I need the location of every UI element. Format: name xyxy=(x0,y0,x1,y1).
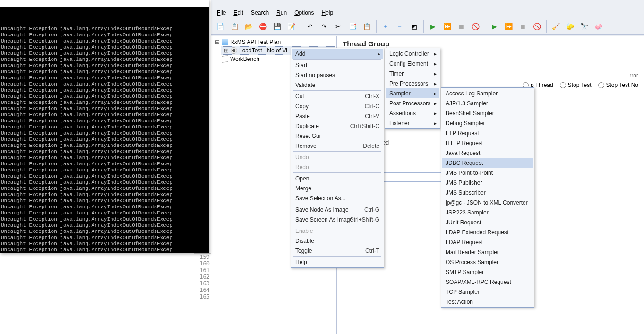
close-icon[interactable]: ⛔ xyxy=(256,20,269,33)
shutdown-icon[interactable]: 🚫 xyxy=(469,20,482,33)
start-icon[interactable]: ▶ xyxy=(426,20,439,33)
ctx-save-screen-as-image[interactable]: Save Screen As ImageCtrl+Shift-G xyxy=(292,214,383,224)
ctx-remove[interactable]: RemoveDelete xyxy=(292,141,383,151)
sampler-junit-request[interactable]: JUnit Request xyxy=(442,217,533,227)
sampler-test-action[interactable]: Test Action xyxy=(442,297,533,307)
add-logic-controller[interactable]: Logic Controller▸ xyxy=(386,49,439,59)
remote-start-icon[interactable]: ▶ xyxy=(488,20,501,33)
save-icon[interactable]: 💾 xyxy=(270,20,283,33)
sampler-http-request[interactable]: HTTP Request xyxy=(442,138,533,148)
panel-title: Thread Group xyxy=(343,40,638,48)
twisty-icon[interactable]: ⊟ xyxy=(215,39,220,45)
add-config-element[interactable]: Config Element▸ xyxy=(386,59,439,69)
sampler-java-request[interactable]: Java Request xyxy=(442,148,533,158)
search-icon[interactable]: 🔭 xyxy=(577,20,591,33)
sampler-os-process-sampler[interactable]: OS Process Sampler xyxy=(442,257,533,267)
stop-icon[interactable]: ⏹ xyxy=(455,20,468,33)
add-assertions[interactable]: Assertions▸ xyxy=(386,108,439,118)
radio-stop-test[interactable]: Stop Test xyxy=(560,82,592,88)
sampler-jdbc-request[interactable]: JDBC Request xyxy=(442,158,533,168)
context-menu[interactable]: Add▸StartStart no pausesValidateCutCtrl-… xyxy=(291,48,384,268)
menu-edit[interactable]: Edit xyxy=(230,8,247,17)
sampler-beanshell-sampler[interactable]: BeanShell Sampler xyxy=(442,108,533,118)
add-listener[interactable]: Listener▸ xyxy=(386,118,439,128)
add-timer[interactable]: Timer▸ xyxy=(386,69,439,78)
add-post-processors[interactable]: Post Processors▸ xyxy=(386,98,439,108)
menubar[interactable]: File Edit Search Run Options Help xyxy=(211,8,644,18)
paste-icon[interactable]: 📋 xyxy=(360,20,373,33)
ctx-validate[interactable]: Validate xyxy=(292,80,383,90)
sampler-jms-publisher[interactable]: JMS Publisher xyxy=(442,178,533,188)
ctx-save-node-as-image[interactable]: Save Node As ImageCtrl-G xyxy=(292,205,383,214)
add-submenu[interactable]: Logic Controller▸Config Element▸Timer▸Pr… xyxy=(385,48,440,129)
sampler-ajp-sampler[interactable]: AJP/1.3 Sampler xyxy=(442,98,533,108)
toolbar: 📄 📋 📂 ⛔ 💾 📝 ↶ ↷ ✂ 📑 📋 ＋ － ◩ ▶ ⏩ ⏹ 🚫 ▶ ⏩ … xyxy=(211,18,644,35)
remote-shutdown-icon[interactable]: 🚫 xyxy=(530,20,543,33)
new-icon[interactable]: 📄 xyxy=(214,20,227,33)
ctx-undo[interactable]: Undo xyxy=(292,152,383,162)
tree-load-label: LoadTest - No of Vi xyxy=(239,47,287,54)
sampler-soap-xml-rpc-request[interactable]: SOAP/XML-RPC Request xyxy=(442,277,533,287)
reset-search-icon[interactable]: 🧼 xyxy=(592,20,605,33)
testplan-icon xyxy=(222,39,228,45)
ctx-copy[interactable]: CopyCtrl-C xyxy=(292,101,383,111)
console-title: C:\Windows\System32\cmd.exe - jmeter.bat xyxy=(0,1,92,7)
ctx-start-no-pauses[interactable]: Start no pauses xyxy=(292,70,383,80)
tree-root[interactable]: ⊟ RxMS API Test Plan xyxy=(212,38,335,46)
ctx-help[interactable]: Help xyxy=(292,257,383,267)
copy-icon[interactable]: 📑 xyxy=(346,20,359,33)
clear-all-icon[interactable]: 🧽 xyxy=(563,20,576,33)
collapse-icon[interactable]: － xyxy=(393,20,406,33)
toggle-icon[interactable]: ◩ xyxy=(407,20,421,33)
menu-help[interactable]: Help xyxy=(318,8,337,17)
clear-icon[interactable]: 🧹 xyxy=(549,20,562,33)
ctx-duplicate[interactable]: DuplicateCtrl+Shift-C xyxy=(292,121,383,131)
ctx-redo[interactable]: Redo xyxy=(292,162,383,172)
menu-file[interactable]: File xyxy=(213,8,230,17)
expand-icon[interactable]: ＋ xyxy=(379,20,392,33)
ctx-start[interactable]: Start xyxy=(292,60,383,70)
cmd-console: C:\Windows\System32\cmd.exe - jmeter.bat… xyxy=(0,0,209,253)
sampler-smtp-sampler[interactable]: SMTP Sampler xyxy=(442,267,533,277)
ctx-toggle[interactable]: ToggleCtrl-T xyxy=(292,246,383,256)
sampler-jp-gc-json-to-xml-converter[interactable]: jp@gc - JSON to XML Converter xyxy=(442,197,533,207)
ctx-cut[interactable]: CutCtrl-X xyxy=(292,91,383,101)
sampler-mail-reader-sampler[interactable]: Mail Reader Sampler xyxy=(442,247,533,257)
remote-stop-icon[interactable]: ⏹ xyxy=(516,20,529,33)
ctx-save-selection-as-[interactable]: Save Selection As... xyxy=(292,193,383,203)
sampler-submenu[interactable]: Access Log SamplerAJP/1.3 SamplerBeanShe… xyxy=(441,87,534,308)
add-sampler[interactable]: Sampler▸ xyxy=(386,88,439,98)
tree-wb-label: WorkBench xyxy=(230,56,259,62)
threadgroup-icon xyxy=(231,47,237,54)
add-pre-processors[interactable]: Pre Processors▸ xyxy=(386,78,439,88)
sampler-jsr-sampler[interactable]: JSR223 Sampler xyxy=(442,207,533,217)
sampler-access-log-sampler[interactable]: Access Log Sampler xyxy=(442,88,533,98)
start-no-pause-icon[interactable]: ⏩ xyxy=(440,20,454,33)
sampler-tcp-sampler[interactable]: TCP Sampler xyxy=(442,287,533,297)
redo-icon[interactable]: ↷ xyxy=(318,20,331,33)
ctx-disable[interactable]: Disable xyxy=(292,236,383,246)
undo-icon[interactable]: ↶ xyxy=(303,20,317,33)
menu-search[interactable]: Search xyxy=(247,8,273,17)
sampler-ldap-extended-request[interactable]: LDAP Extended Request xyxy=(442,227,533,237)
ctx-enable[interactable]: Enable xyxy=(292,226,383,236)
cut-icon[interactable]: ✂ xyxy=(332,20,345,33)
open-icon[interactable]: 📂 xyxy=(242,20,255,33)
sampler-ftp-request[interactable]: FTP Request xyxy=(442,128,533,138)
radio-stop-test-now[interactable]: Stop Test No xyxy=(598,82,638,88)
remote-start-all-icon[interactable]: ⏩ xyxy=(502,20,515,33)
ctx-reset-gui[interactable]: Reset Gui xyxy=(292,131,383,141)
menu-run[interactable]: Run xyxy=(273,8,291,17)
ctx-paste[interactable]: PasteCtrl-V xyxy=(292,111,383,121)
ctx-add[interactable]: Add▸ xyxy=(292,49,383,59)
ctx-merge[interactable]: Merge xyxy=(292,183,383,193)
templates-icon[interactable]: 📋 xyxy=(228,20,241,33)
menu-options[interactable]: Options xyxy=(291,8,318,17)
sampler-ldap-request[interactable]: LDAP Request xyxy=(442,237,533,247)
twisty-icon[interactable]: ⊞ xyxy=(224,47,229,54)
ctx-open-[interactable]: Open... xyxy=(292,173,383,183)
sampler-debug-sampler[interactable]: Debug Sampler xyxy=(442,118,533,128)
sampler-jms-point-to-point[interactable]: JMS Point-to-Point xyxy=(442,168,533,178)
sampler-jms-subscriber[interactable]: JMS Subscriber xyxy=(442,188,533,197)
save-as-icon[interactable]: 📝 xyxy=(284,20,298,33)
